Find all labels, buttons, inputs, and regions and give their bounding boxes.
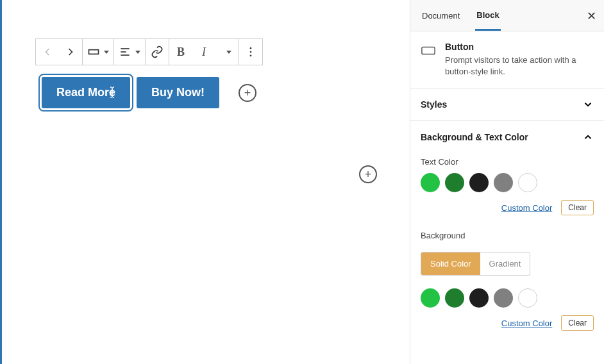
text-custom-color-link[interactable]: Custom Color [501,203,552,213]
bg-color-clear-button[interactable]: Clear [561,315,594,331]
link-button[interactable] [146,39,169,65]
panel-bgtext-title: Background & Text Color [421,132,528,142]
background-label: Background [421,231,594,240]
prev-button[interactable] [36,39,59,65]
text-color-label: Text Color [421,157,594,167]
svg-point-5 [250,51,252,53]
text-color-clear-button[interactable]: Clear [561,200,594,215]
editor-area: B I Read More Buy Now! + + [0,0,410,364]
swatch-black[interactable] [469,173,489,192]
swatch-bg-white[interactable] [518,288,537,308]
add-block-button-floating[interactable]: + [359,165,377,183]
italic-button[interactable]: I [192,39,215,65]
align-button[interactable] [114,39,145,65]
block-title: Button [445,42,594,52]
block-card: Button Prompt visitors to take action wi… [410,31,604,88]
background-type-toggle: Solid Color Gradient [421,252,530,276]
next-button[interactable] [59,39,82,65]
chevron-up-icon [582,131,594,143]
svg-rect-7 [422,47,435,54]
close-sidebar-button[interactable]: ✕ [587,9,596,23]
panel-styles: Styles [410,88,604,121]
button-read-more[interactable]: Read More [42,77,130,108]
svg-rect-0 [89,50,99,54]
swatch-green-dark[interactable] [445,173,464,192]
background-swatches [421,288,594,308]
block-description: Prompt visitors to take action with a bu… [445,54,594,78]
swatch-gray[interactable] [494,173,513,192]
svg-point-4 [250,47,252,49]
width-button[interactable] [83,39,113,65]
selection-indicator [0,0,2,364]
swatch-green-light[interactable] [421,173,440,192]
panel-styles-header[interactable]: Styles [410,88,604,120]
swatch-bg-green-dark[interactable] [445,288,464,308]
tab-document[interactable]: Document [421,2,461,29]
panel-bg-text-color: Background & Text Color Text Color Custo… [410,121,604,346]
sidebar-tabs: Document Block ✕ [410,0,604,31]
swatch-bg-gray[interactable] [494,288,513,308]
seg-solid[interactable]: Solid Color [421,252,480,275]
tab-block[interactable]: Block [475,1,500,31]
swatch-white[interactable] [518,173,537,192]
block-toolbar: B I [35,38,263,65]
seg-gradient[interactable]: Gradient [480,252,530,275]
svg-point-6 [250,55,252,57]
settings-sidebar: Document Block ✕ Button Prompt visitors … [410,0,604,364]
bg-custom-color-link[interactable]: Custom Color [501,318,552,328]
swatch-bg-green-light[interactable] [421,288,440,308]
swatch-bg-black[interactable] [469,288,489,308]
button-buy-now[interactable]: Buy Now! [137,77,219,108]
more-format-button[interactable] [215,39,239,65]
bold-button[interactable]: B [169,39,192,65]
chevron-down-icon [582,99,594,110]
options-button[interactable] [239,39,262,65]
add-block-button[interactable]: + [239,84,256,102]
text-color-swatches [421,173,594,192]
panel-styles-title: Styles [421,99,447,110]
buttons-block: Read More Buy Now! + [42,77,256,108]
button-block-icon [421,43,436,58]
panel-bgtext-header[interactable]: Background & Text Color [410,121,604,153]
